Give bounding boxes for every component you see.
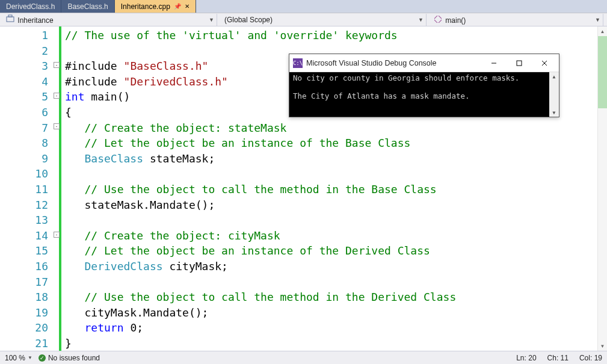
fold-toggle[interactable]: -	[54, 62, 60, 68]
scope-dropdown[interactable]: (Global Scope) ▼	[222, 14, 427, 26]
console-titlebar[interactable]: C:\ Microsoft Visual Studio Debug Consol…	[289, 54, 559, 72]
zoom-level: 100 %	[5, 354, 25, 362]
editor-scrollbar[interactable]: ▲ ▼	[597, 26, 607, 351]
project-dropdown[interactable]: Inheritance ▼	[4, 14, 217, 26]
svg-rect-0	[7, 17, 14, 22]
scroll-up-icon[interactable]: ▲	[598, 26, 607, 36]
scope-label: (Global Scope)	[224, 16, 273, 24]
fold-toggle[interactable]: -	[54, 232, 60, 238]
svg-rect-1	[8, 15, 12, 17]
chevron-down-icon: ▼	[209, 17, 214, 23]
check-icon: ✓	[39, 354, 46, 362]
maximize-button[interactable]	[508, 55, 530, 72]
project-name: Inheritance	[17, 16, 53, 25]
function-name: main()	[445, 16, 466, 25]
tab-baseclass-h[interactable]: BaseClass.h	[61, 0, 114, 13]
console-output: No city or county in Georgia should enfo…	[289, 72, 559, 117]
close-button[interactable]	[534, 55, 555, 72]
scroll-down-icon[interactable]: ▼	[598, 341, 607, 351]
scroll-up-icon[interactable]: ▲	[549, 72, 559, 81]
function-dropdown[interactable]: main() ▼	[431, 14, 603, 26]
overview-changes	[598, 36, 607, 108]
close-icon[interactable]: ✕	[185, 3, 189, 10]
status-bar: 100 % ▼ ✓ No issues found Ln: 20 Ch: 11 …	[0, 351, 607, 364]
debug-console-window[interactable]: C:\ Microsoft Visual Studio Debug Consol…	[289, 54, 559, 117]
svg-rect-2	[434, 16, 442, 23]
chevron-down-icon: ▼	[28, 355, 32, 360]
chevron-down-icon: ▼	[595, 17, 600, 23]
svg-rect-4	[517, 61, 522, 66]
project-icon	[6, 14, 14, 23]
minimize-button[interactable]	[483, 55, 505, 72]
zoom-control[interactable]: 100 % ▼	[5, 354, 32, 362]
fold-margin: - - - -	[53, 26, 61, 351]
fold-toggle[interactable]: -	[54, 93, 60, 99]
tab-label: BaseClass.h	[67, 2, 108, 11]
method-icon	[434, 15, 442, 23]
console-icon: C:\	[293, 58, 303, 68]
issues-text: No issues found	[48, 354, 100, 362]
tab-derivedclass-h[interactable]: DerivedClass.h	[0, 0, 61, 13]
console-scrollbar[interactable]: ▲ ▼	[549, 72, 559, 117]
line-gutter: 1 2 3 4 5 6 7 8 9 10 11 12 13 14 15 16 1…	[0, 26, 53, 351]
chevron-down-icon: ▼	[418, 17, 424, 23]
nav-bar: Inheritance ▼ (Global Scope) ▼ main() ▼	[0, 13, 607, 26]
console-title: Microsoft Visual Studio Debug Console	[306, 59, 479, 67]
cursor-position: Ln: 20 Ch: 11 Col: 19	[516, 354, 602, 362]
tab-label: DerivedClass.h	[6, 2, 55, 11]
tab-label: Inheritance.cpp	[121, 2, 170, 11]
tab-inheritance-cpp[interactable]: Inheritance.cpp 📌 ✕	[115, 0, 196, 13]
scroll-down-icon[interactable]: ▼	[549, 108, 559, 117]
pin-icon[interactable]: 📌	[174, 3, 181, 10]
issues-indicator[interactable]: ✓ No issues found	[39, 354, 510, 362]
fold-toggle[interactable]: -	[54, 123, 60, 129]
file-tabs: DerivedClass.h BaseClass.h Inheritance.c…	[0, 0, 607, 13]
